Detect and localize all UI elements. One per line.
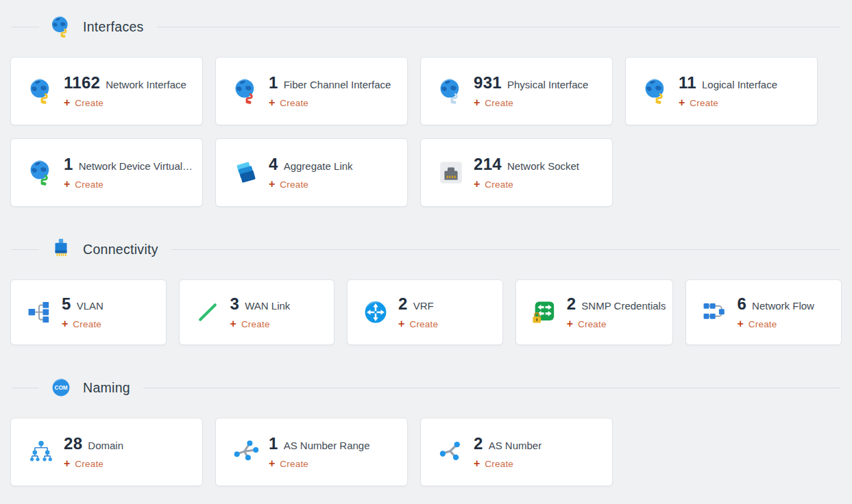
create-link[interactable]: + Create [679, 97, 718, 108]
card-stat-link[interactable]: 11 Logical Interface [679, 73, 777, 92]
card-stat-link[interactable]: 1 AS Number Range [269, 434, 370, 453]
card-vrf[interactable]: 2 VRF + Create [347, 279, 503, 345]
card-label: Network Device Virtual… [79, 160, 193, 172]
section-connectivity: Connectivity 5 VLAN + Create 3 [10, 238, 842, 345]
card-label: Network Flow [752, 300, 814, 312]
create-label: Create [485, 459, 513, 469]
create-label: Create [748, 319, 777, 329]
card-stat-link[interactable]: 3 WAN Link [230, 294, 291, 314]
card-fiber-channel-interface[interactable]: 1 Fiber Channel Interface + Create [215, 57, 408, 125]
card-network-interface[interactable]: 1162 Network Interface + Create [10, 57, 203, 125]
card-grid: 5 VLAN + Create 3 WAN Link + Create [10, 279, 842, 345]
card-vlan[interactable]: 5 VLAN + Create [10, 279, 167, 345]
create-link[interactable]: + Create [269, 97, 308, 108]
plus-icon: + [737, 318, 743, 329]
card-count: 2 [398, 294, 408, 314]
vlan-tree-icon [25, 299, 53, 326]
plus-icon: + [230, 318, 236, 329]
card-stat-link[interactable]: 2 AS Number [474, 434, 541, 453]
card-snmp-credentials[interactable]: 2 SNMP Credentials + Create [515, 279, 674, 345]
card-stat-link[interactable]: 1 Fiber Channel Interface [269, 73, 391, 92]
card-grid: 28 Domain + Create 1 AS Number Range + [10, 418, 842, 486]
create-label: Create [280, 459, 308, 469]
globe-cable-pale-icon [437, 77, 465, 105]
create-link[interactable]: + Create [64, 179, 104, 190]
card-stat-link[interactable]: 2 SNMP Credentials [567, 294, 666, 314]
create-label: Create [75, 179, 104, 190]
create-link[interactable]: + Create [737, 318, 777, 329]
vrf-router-icon [362, 299, 389, 326]
card-stat-link[interactable]: 4 Aggregate Link [269, 155, 353, 174]
divider-line [12, 27, 39, 27]
as-number-range-icon [232, 438, 260, 466]
card-as-number-range[interactable]: 1 AS Number Range + Create [215, 418, 408, 486]
plus-icon: + [64, 458, 70, 469]
plus-icon: + [269, 458, 275, 469]
card-stat-link[interactable]: 214 Network Socket [474, 155, 579, 174]
section-title-naming: Naming [83, 380, 130, 396]
card-stat-link[interactable]: 5 VLAN [62, 294, 104, 314]
plus-icon: + [62, 318, 68, 329]
snmp-credentials-icon [531, 299, 558, 326]
card-as-number[interactable]: 2 AS Number + Create [420, 418, 613, 486]
plus-icon: + [64, 179, 70, 190]
create-link[interactable]: + Create [269, 179, 308, 190]
card-label: SNMP Credentials [581, 300, 666, 312]
card-stat-link[interactable]: 1 Network Device Virtual… [64, 155, 193, 174]
domain-tree-icon [27, 438, 55, 466]
create-link[interactable]: + Create [474, 458, 513, 469]
section-naming: COM Naming 28 Domain + Create [10, 376, 842, 486]
create-label: Create [578, 319, 607, 329]
divider-line [12, 249, 39, 250]
card-stat-link[interactable]: 2 VRF [398, 294, 438, 314]
section-header: COM Naming [12, 376, 840, 399]
card-stat-link[interactable]: 1162 Network Interface [64, 73, 186, 92]
create-label: Create [690, 98, 718, 108]
create-link[interactable]: + Create [398, 318, 438, 329]
card-label: Physical Interface [507, 79, 588, 90]
create-link[interactable]: + Create [474, 97, 513, 108]
card-network-device-virtual[interactable]: 1 Network Device Virtual… + Create [10, 138, 203, 207]
dashboard: Interfaces 1162 Network Interface + Crea… [0, 0, 852, 486]
card-count: 6 [737, 294, 746, 314]
create-link[interactable]: + Create [230, 318, 270, 329]
card-wan-link[interactable]: 3 WAN Link + Create [179, 279, 335, 345]
card-domain[interactable]: 28 Domain + Create [10, 418, 203, 486]
card-stat-link[interactable]: 6 Network Flow [737, 294, 814, 314]
plus-icon: + [679, 97, 685, 108]
card-count: 1162 [64, 73, 100, 92]
create-link[interactable]: + Create [474, 179, 513, 190]
card-aggregate-link[interactable]: 4 Aggregate Link + Create [215, 138, 408, 207]
card-network-flow[interactable]: 6 Network Flow + Create [685, 279, 842, 345]
divider-line [157, 27, 840, 27]
plus-icon: + [269, 179, 275, 190]
card-label: AS Number Range [284, 440, 370, 451]
card-grid: 1162 Network Interface + Create 1 Fiber … [10, 57, 842, 207]
globe-cable-yellow-icon [642, 77, 670, 105]
network-flow-icon [701, 299, 728, 326]
create-label: Create [75, 98, 104, 108]
svg-text:COM: COM [55, 385, 68, 391]
card-stat-link[interactable]: 28 Domain [64, 434, 123, 453]
globe-cable-yellow-icon [27, 77, 55, 105]
create-link[interactable]: + Create [62, 318, 101, 329]
create-link[interactable]: + Create [64, 458, 104, 469]
globe-cable-green-icon [27, 159, 55, 186]
plus-icon: + [398, 318, 404, 329]
card-count: 28 [64, 434, 82, 453]
card-count: 931 [474, 73, 502, 92]
create-link[interactable]: + Create [269, 458, 308, 469]
globe-cable-red-icon [232, 77, 260, 105]
card-physical-interface[interactable]: 931 Physical Interface + Create [420, 57, 613, 125]
card-count: 1 [64, 155, 73, 174]
card-label: Network Interface [106, 79, 186, 90]
card-network-socket[interactable]: 214 Network Socket + Create [420, 138, 613, 207]
card-stat-link[interactable]: 931 Physical Interface [474, 73, 588, 92]
card-logical-interface[interactable]: 11 Logical Interface + Create [625, 57, 818, 125]
divider-line [171, 249, 840, 250]
card-count: 11 [679, 73, 696, 92]
com-globe-icon: COM [49, 376, 73, 399]
create-label: Create [280, 179, 308, 190]
create-link[interactable]: + Create [567, 318, 607, 329]
create-link[interactable]: + Create [64, 97, 104, 108]
